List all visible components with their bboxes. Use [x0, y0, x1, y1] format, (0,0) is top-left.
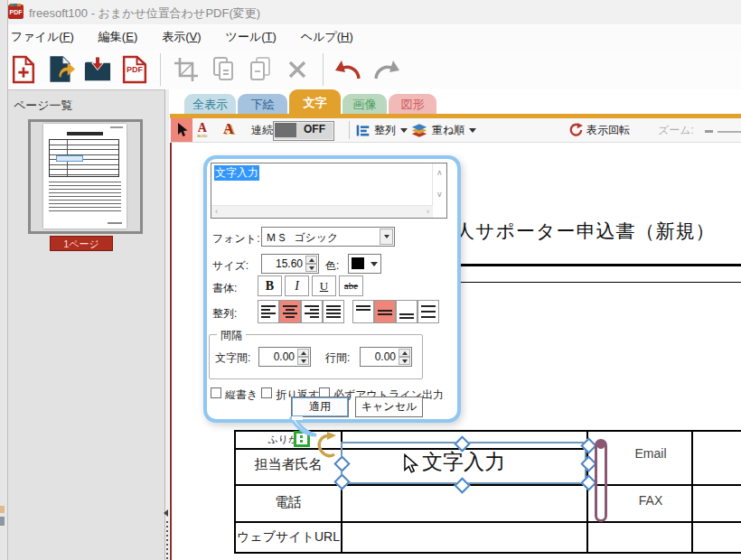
text-tool-button[interactable]: A A [221, 118, 239, 142]
italic-button[interactable]: I [285, 275, 309, 296]
rotate-icon [568, 123, 583, 137]
text-input-value[interactable]: 文字入力 [214, 165, 259, 181]
menu-help[interactable]: ヘルプ(H) [301, 29, 353, 45]
vertical-scrollbar[interactable]: ∧ ∨ [432, 163, 446, 205]
crop-icon [172, 55, 201, 84]
valign-middle-button[interactable] [374, 300, 396, 323]
char-spacing-spinner[interactable]: 0.00 [258, 347, 311, 367]
cancel-button[interactable]: キャンセル [355, 397, 423, 417]
valign-even-button[interactable] [417, 300, 439, 323]
vertical-writing-checkbox[interactable] [211, 387, 221, 398]
align-label: 整列: [212, 306, 237, 322]
thumb-selected-cell [56, 155, 83, 162]
line-object-endpoint[interactable] [597, 441, 605, 449]
new-document-button[interactable] [8, 53, 39, 86]
align-right-button[interactable] [301, 300, 323, 323]
copy-button[interactable] [208, 53, 239, 86]
zoom-out-dash-icon[interactable] [705, 130, 713, 133]
strikethrough-button[interactable]: abe [339, 275, 363, 296]
align-menu-button[interactable]: 整列 [355, 118, 408, 142]
menu-file[interactable]: ファイル(F) [11, 29, 74, 45]
sidebar-splitter[interactable] [165, 89, 169, 560]
line-spacing-down-button[interactable] [399, 357, 410, 365]
align-center-icon [281, 303, 299, 320]
rotate-view-button[interactable]: 表示回転 [568, 118, 630, 142]
valign-bottom-button[interactable] [396, 300, 417, 323]
crop-button[interactable] [171, 53, 202, 86]
cell-fax: FAX [610, 493, 691, 508]
line-spacing-spinner[interactable]: 0.00 [360, 347, 412, 367]
scroll-down-icon[interactable]: ∨ [436, 191, 443, 199]
tab-show-all[interactable]: 全表示 [184, 94, 236, 115]
title-bar: PDF freesoft100 - おまかせ位置合わせPDF(変更) [0, 0, 741, 24]
menu-tools[interactable]: ツール(T) [226, 29, 277, 45]
valign-middle-icon [376, 303, 394, 320]
word-wrap-checkbox[interactable] [261, 387, 272, 398]
vertical-writing-label[interactable]: 縦書き [225, 387, 258, 403]
line-spacing-up-button[interactable] [399, 349, 410, 357]
import-icon [82, 54, 113, 85]
align-justify-icon [324, 303, 342, 320]
copy-icon [209, 55, 238, 84]
line-object-vertical[interactable] [595, 439, 607, 522]
canvas-text-value[interactable]: 文字入力 [341, 448, 586, 476]
size-spinner[interactable]: 15.60 [261, 254, 319, 274]
page-list-sidebar: ページ一覧 1ページ [8, 89, 165, 560]
menu-view[interactable]: 表示(V) [162, 29, 201, 45]
splitter-collapse-icon[interactable] [164, 509, 168, 517]
size-down-button[interactable] [305, 264, 317, 272]
redo-button[interactable] [370, 53, 401, 86]
scroll-right-icon[interactable]: › [427, 208, 429, 216]
size-label: サイズ: [212, 258, 249, 274]
page-thumbnail[interactable] [28, 119, 143, 234]
font-dropdown-button[interactable] [380, 229, 393, 245]
mouse-cursor-icon [403, 453, 419, 475]
paste-button[interactable] [245, 53, 276, 86]
spin-down-icon [402, 359, 408, 363]
align-center-button[interactable] [279, 300, 301, 323]
spacing-legend: 間隔 [217, 328, 246, 343]
toolbar-separator [323, 53, 324, 86]
app-pdf-icon: PDF [8, 5, 23, 19]
char-spacing-down-button[interactable] [297, 357, 309, 365]
valign-top-button[interactable] [352, 300, 374, 323]
color-picker-button[interactable] [348, 254, 381, 274]
line-spacing-label: 行間: [325, 350, 350, 366]
horizontal-scrollbar[interactable]: ‹ › [211, 205, 433, 218]
undo-button[interactable] [333, 53, 364, 86]
font-select[interactable]: ＭＳ ゴシック [261, 227, 395, 247]
pdf-export-button[interactable]: PDF [119, 53, 150, 86]
auto-text-tool-button[interactable]: A auto [197, 118, 208, 142]
align-left-button[interactable] [258, 300, 279, 323]
tab-text[interactable]: 文字 [289, 89, 341, 115]
thumb-paragraph-lines [49, 182, 121, 214]
spin-up-icon [309, 258, 314, 262]
text-input-area[interactable]: 文字入力 ∧ ∨ ‹ › [211, 163, 447, 219]
zoom-slider-track[interactable] [718, 131, 741, 133]
import-button[interactable] [82, 53, 113, 86]
stack-dropdown-caret-icon [469, 128, 476, 133]
tab-image[interactable]: 画像 [342, 94, 387, 115]
align-justify-button[interactable] [323, 300, 344, 323]
scroll-up-icon[interactable]: ∧ [436, 169, 443, 177]
title-rule-thick [454, 264, 741, 266]
apply-button[interactable]: 適用 [291, 397, 349, 417]
app-icon-label: PDF [10, 9, 23, 15]
layers-icon [410, 122, 428, 139]
char-spacing-up-button[interactable] [297, 349, 309, 357]
thumb-corner-line [110, 126, 123, 128]
continuous-input-toggle[interactable]: OFF [273, 121, 334, 141]
select-tool-button[interactable] [171, 118, 192, 142]
scroll-left-icon[interactable]: ‹ [215, 208, 218, 216]
delete-button[interactable] [282, 53, 313, 86]
menu-edit[interactable]: 編集(E) [98, 29, 137, 45]
tab-background[interactable]: 下絵 [238, 94, 287, 115]
bold-button[interactable]: B [258, 275, 282, 296]
underline-button[interactable]: U [312, 275, 336, 296]
cell-url: ウェブサイトURL [234, 529, 342, 546]
tab-shape[interactable]: 図形 [389, 94, 436, 115]
spin-down-icon [301, 359, 306, 363]
export-button[interactable] [45, 53, 76, 86]
stack-order-menu-button[interactable]: 重ね順 [410, 118, 476, 142]
size-up-button[interactable] [305, 256, 317, 264]
